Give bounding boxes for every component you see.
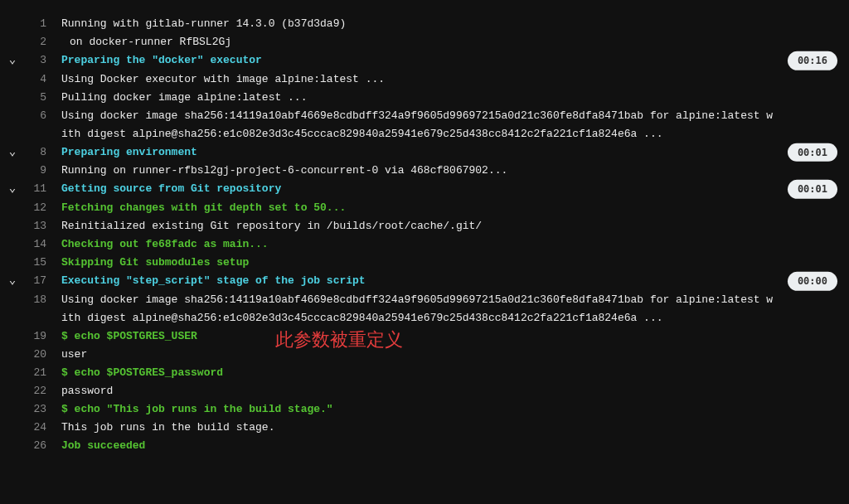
line-number: 2 [25,33,50,51]
log-line: 9Running on runner-rfbsl2gj-project-6-co… [0,162,849,180]
duration-badge: 00:00 [788,272,837,290]
line-content: Pulling docker image alpine:latest ... [50,89,849,107]
section-header-line[interactable]: ⌄8Preparing environment00:01 [0,143,849,162]
line-content: Fetching changes with git depth set to 5… [50,199,849,217]
line-content: Using Docker executor with image alpine:… [50,70,849,89]
section-header-line[interactable]: ⌄11Getting source from Git repository00:… [0,180,849,198]
line-number: 4 [25,70,50,89]
section-header-line[interactable]: ⌄3Preparing the "docker" executor00:16 [0,51,849,70]
line-number: 11 [25,180,50,198]
line-content: on docker-runner RfBSL2Gj [50,33,849,51]
log-line: 13Reinitialized existing Git repository … [0,217,849,235]
line-number: 12 [25,199,50,217]
log-line: 21$ echo $POSTGRES_password [0,364,849,382]
job-log: 1Running with gitlab-runner 14.3.0 (b37d… [0,15,849,455]
duration-badge: 00:16 [788,51,837,70]
line-content: $ echo $POSTGRES_password [50,364,849,382]
line-content: Getting source from Git repository00:01 [50,180,849,198]
log-line: 26Job succeeded [0,437,849,455]
line-number: 26 [25,437,50,455]
line-number: 13 [25,217,50,235]
chevron-down-icon[interactable]: ⌄ [9,143,16,161]
log-line: 2on docker-runner RfBSL2Gj [0,33,849,51]
log-line: 4Using Docker executor with image alpine… [0,70,849,89]
line-number: 3 [25,51,50,70]
log-line: 12Fetching changes with git depth set to… [0,199,849,217]
line-content: Checking out fe68fadc as main... [50,235,849,254]
line-content: $ echo $POSTGRES_USER此参数被重定义 [50,327,849,346]
line-number: 15 [25,254,50,272]
line-content: Preparing the "docker" executor00:16 [50,51,849,70]
line-content: Using docker image sha256:14119a10abf466… [50,291,849,327]
line-content: Using docker image sha256:14119a10abf466… [50,107,849,143]
section-header-line[interactable]: ⌄17Executing "step_script" stage of the … [0,272,849,290]
duration-badge: 00:01 [788,143,837,162]
chevron-down-icon[interactable]: ⌄ [9,179,16,197]
line-number: 19 [25,327,50,346]
line-number: 18 [25,291,50,309]
line-content: Skipping Git submodules setup [50,254,849,272]
line-content: user [50,346,849,364]
line-number: 20 [25,346,50,364]
log-line: 18Using docker image sha256:14119a10abf4… [0,291,849,327]
log-line: 6Using docker image sha256:14119a10abf46… [0,107,849,143]
log-line: 23$ echo "This job runs in the build sta… [0,400,849,419]
line-number: 6 [25,107,50,125]
line-content: $ echo "This job runs in the build stage… [50,400,849,419]
log-line: 20user [0,346,849,364]
line-number: 1 [25,15,50,33]
chevron-down-icon[interactable]: ⌄ [9,51,16,69]
line-content: Executing "step_script" stage of the job… [50,272,849,290]
line-number: 8 [25,143,50,162]
line-number: 21 [25,364,50,382]
line-number: 14 [25,235,50,254]
chevron-down-icon[interactable]: ⌄ [9,271,16,289]
log-line: 24This job runs in the build stage. [0,419,849,437]
line-content: Reinitialized existing Git repository in… [50,217,849,235]
duration-badge: 00:01 [788,180,837,198]
log-line: 15Skipping Git submodules setup [0,254,849,272]
line-content: Running on runner-rfbsl2gj-project-6-con… [50,162,849,180]
line-content: password [50,382,849,400]
line-number: 24 [25,419,50,437]
line-number: 5 [25,89,50,107]
line-content: Preparing environment00:01 [50,143,849,162]
line-number: 22 [25,382,50,400]
line-number: 9 [25,162,50,180]
log-line: 22password [0,382,849,400]
line-content: Job succeeded [50,437,849,455]
log-line: 19$ echo $POSTGRES_USER此参数被重定义 [0,327,849,346]
log-line: 1Running with gitlab-runner 14.3.0 (b37d… [0,15,849,33]
log-line: 5Pulling docker image alpine:latest ... [0,89,849,107]
line-number: 17 [25,272,50,290]
line-number: 23 [25,400,50,419]
line-content: Running with gitlab-runner 14.3.0 (b37d3… [50,15,849,33]
log-line: 14Checking out fe68fadc as main... [0,235,849,254]
line-content: This job runs in the build stage. [50,419,849,437]
